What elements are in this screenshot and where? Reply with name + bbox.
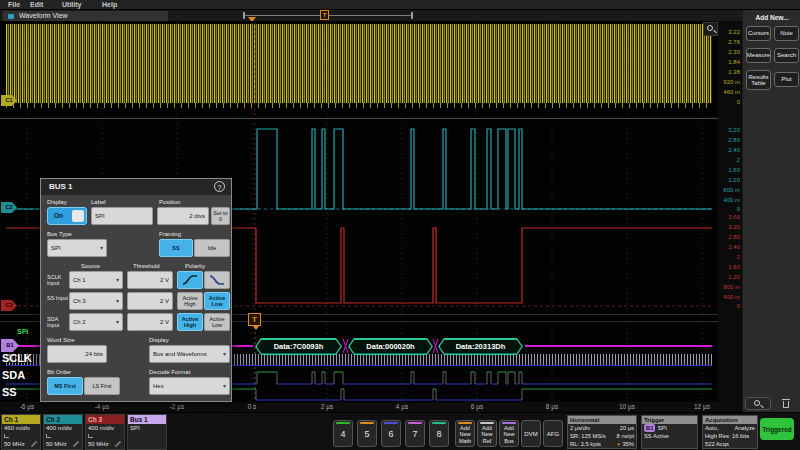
ms-first-button[interactable]: MS First (47, 377, 83, 395)
ss-threshold-input[interactable]: 2 V (127, 292, 173, 310)
add-new-ref-button[interactable]: Add New Ref (477, 420, 497, 447)
trigger-panel-title: Trigger (642, 416, 697, 424)
add-new-bus-button[interactable]: Add New Bus (499, 420, 519, 447)
position-label: Position (159, 199, 180, 205)
trigger-panel[interactable]: Trigger B1SPI SS Active (641, 415, 698, 449)
dvm-button[interactable]: DVM (521, 420, 541, 447)
ch2-badge[interactable]: Ch 2 400 m/div 50 MHz (43, 414, 83, 450)
ch7-button[interactable]: 7 (405, 420, 425, 447)
sclk-source-dropdown[interactable]: Ch 1 ▾ (69, 271, 123, 289)
acquisition-panel[interactable]: Acquisition Auto,Analyze High Res: 16 bi… (702, 415, 758, 449)
display-on-toggle[interactable]: On (47, 207, 87, 225)
ls-first-button[interactable]: LS First (84, 377, 120, 395)
add-new-math-button[interactable]: Add New Math (455, 420, 475, 447)
ch2-scale-label: 3.20 (718, 126, 740, 134)
acquisition-panel-title: Acquisition (703, 416, 757, 424)
menu-edit[interactable]: Edit (30, 0, 43, 10)
tab-waveform-view[interactable]: Waveform View (3, 11, 168, 21)
sda-digital-edges (257, 372, 522, 384)
menu-file[interactable]: File (8, 0, 20, 10)
plot-button[interactable]: Plot (774, 72, 799, 87)
bandwidth-icon (114, 441, 122, 447)
ss-active-low-button[interactable]: Active Low (204, 292, 230, 310)
help-icon[interactable]: ? (214, 181, 225, 192)
sclk-falling-edge-button[interactable] (204, 271, 230, 289)
overview-trigger-icon[interactable]: T (320, 10, 329, 20)
ch2-scale-label: 1.20 (718, 176, 740, 184)
overview-left-bracket[interactable] (243, 12, 245, 19)
menu-bar: File Edit Utility Help (0, 0, 800, 10)
note-button[interactable]: Note (774, 26, 799, 41)
bus-label-input[interactable]: SPI (91, 207, 153, 225)
ch5-button[interactable]: 5 (357, 420, 377, 447)
set-to-zero-button[interactable]: Set to 0 (211, 207, 230, 225)
time-tick: -2 µs (162, 403, 192, 410)
afg-button[interactable]: AFG (543, 420, 563, 447)
ch1-scale-label: 2.76 (718, 38, 740, 46)
framing-ss-button[interactable]: SS (159, 239, 193, 257)
ch4-button[interactable]: 4 (333, 420, 353, 447)
word-size-input[interactable]: 24 bits (47, 345, 107, 363)
zoom-corner-button[interactable] (703, 22, 718, 36)
sclk-threshold-input[interactable]: 2 V (127, 271, 173, 289)
ch2-scale-label: 0 (718, 205, 740, 213)
sda-active-high-button[interactable]: Active High (177, 313, 203, 331)
label-label: Label (91, 199, 106, 205)
ch2-scale-label: 1.60 (718, 166, 740, 174)
bandwidth-icon (72, 441, 80, 447)
decoded-packet-value: Data:7C0093h (257, 340, 341, 354)
ch4-color-stripe (336, 422, 350, 424)
menu-help[interactable]: Help (102, 0, 117, 10)
ch2-scale-label: 800 m (718, 186, 740, 194)
dialog-title[interactable]: BUS 1 (41, 179, 231, 195)
ch2-bandwidth: 50 MHz (46, 441, 67, 447)
source-column-header: Source (81, 263, 100, 269)
bottom-bar: Ch 1 460 m/div 50 MHz Ch 2 400 m/div 50 … (0, 412, 800, 450)
ch1-scale-label: 0 (718, 98, 740, 106)
time-tick: 12 µs (687, 403, 717, 410)
ch3-bandwidth: 50 MHz (88, 441, 109, 447)
chevron-down-icon: ▾ (223, 346, 226, 362)
trigger-position-stem (253, 326, 259, 330)
zoom-tool-button[interactable] (745, 397, 771, 410)
framing-idle-button[interactable]: Idle (194, 239, 230, 257)
overview-right-bracket[interactable] (411, 12, 413, 19)
add-new-title: Add New... (743, 14, 800, 21)
bus1-badge-title: Bus 1 (128, 415, 166, 424)
sda-source-dropdown[interactable]: Ch 2 ▾ (69, 313, 123, 331)
probe-icon (88, 434, 93, 438)
cursors-button[interactable]: Cursors (746, 26, 771, 41)
oscilloscope-screen: File Edit Utility Help Waveform View T (0, 0, 800, 450)
ch1-scale-label: 1.84 (718, 58, 740, 66)
ss-digital-edges (256, 389, 522, 400)
ss-source-dropdown[interactable]: Ch 3 ▾ (69, 292, 123, 310)
trash-button[interactable] (779, 397, 795, 410)
ch8-button[interactable]: 8 (429, 420, 449, 447)
ch1-scale-label: 3.22 (718, 28, 740, 36)
menu-utility[interactable]: Utility (62, 0, 81, 10)
ch3-scale-label: 3.60 (718, 213, 740, 221)
position-input[interactable]: 2 divs (157, 207, 209, 225)
trigger-position-marker[interactable]: T (248, 313, 261, 326)
results-table-button[interactable]: Results Table (746, 70, 771, 90)
sda-active-low-button[interactable]: Active Low (204, 313, 230, 331)
decode-format-dropdown[interactable]: Hex ▾ (149, 377, 230, 395)
sclk-rising-edge-button[interactable] (177, 271, 203, 289)
sda-threshold-input[interactable]: 2 V (127, 313, 173, 331)
display-mode-dropdown[interactable]: Bus and Waveforms ▾ (149, 345, 230, 363)
ch2-scale-label: 400 m (718, 196, 740, 204)
bandwidth-icon (30, 441, 38, 447)
bus1-config-dialog: BUS 1 ? Display Label Position On SPI 2 … (40, 178, 232, 402)
ch1-badge[interactable]: Ch 1 460 m/div 50 MHz (1, 414, 41, 450)
measure-button[interactable]: Measure (746, 48, 771, 63)
ch6-button[interactable]: 6 (381, 420, 401, 447)
polarity-column-header: Polarity (185, 263, 205, 269)
ch7-color-stripe (408, 422, 422, 424)
ch3-badge[interactable]: Ch 3 400 m/div 50 MHz (85, 414, 125, 450)
bus-type-dropdown[interactable]: SPI ▾ (47, 239, 107, 257)
ch1-scale-setting: 460 m/div (2, 424, 40, 432)
search-button[interactable]: Search (774, 48, 799, 63)
horizontal-panel[interactable]: Horizontal 2 µs/div20 µs SR: 125 MS/s8 n… (567, 415, 637, 449)
bus1-badge[interactable]: Bus 1 SPI (127, 414, 167, 450)
ss-active-high-button[interactable]: Active High (177, 292, 203, 310)
